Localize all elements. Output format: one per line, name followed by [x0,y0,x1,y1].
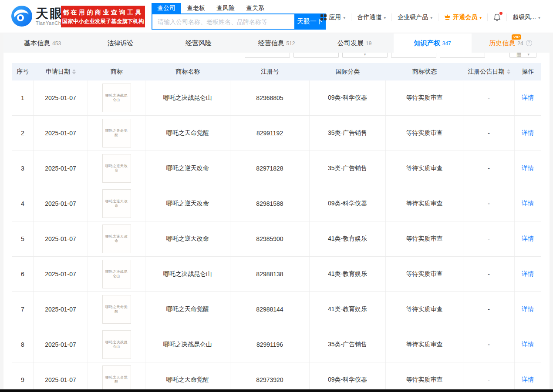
view-mode-dropdown[interactable]: ▦ ▾ [509,53,536,58]
filter-dropdown[interactable]: ▾ [342,53,388,58]
trademark-image[interactable]: 哪吒之天命觉醒 [102,365,131,389]
nav-item-开通会员[interactable]: 开通会员▾ [438,13,487,21]
cell-text: 35类-广告销售 [328,341,367,348]
search-tab-查风险[interactable]: 查风险 [211,3,240,13]
trademark-image[interactable]: 哪吒之逆天改命 [102,189,131,218]
nav-item-超级风...[interactable]: 超级风...▾ [506,13,546,21]
tab-label-text: 经营信息 [258,39,284,47]
help-icon[interactable]: ? [526,40,532,46]
detail-link[interactable]: 详情 [522,341,534,348]
trademark-image[interactable]: 哪吒之决战昆仑山 [102,330,131,359]
chevron-down-icon: ▾ [364,53,366,57]
filter-dropdown[interactable] [293,53,339,58]
grid-icon: ▦ [516,53,521,57]
tab-历史信息[interactable]: 历史信息VIP24? [472,34,550,53]
sort-icons[interactable] [507,69,510,74]
cell-text: 哪吒之决战昆仑山 [163,94,212,102]
trademark-image[interactable]: 哪吒之逆天改命 [102,154,131,183]
detail-link[interactable]: 详情 [522,270,534,278]
tab-label: 法律诉讼 [108,39,134,47]
cell-text: 2 [21,130,24,137]
column-header-label: 商标状态 [412,68,437,76]
cell-mark: 哪吒之决战昆仑山 [88,257,145,291]
cell-action: 详情 [515,151,541,186]
sort-icons[interactable] [72,69,76,74]
cell-index: 6 [12,257,34,291]
cell-mark: 哪吒之决战昆仑山 [88,80,145,115]
table-row: 52025-01-07哪吒之逆天改命哪吒之逆天改命8298590041类-教育娱… [12,221,541,257]
cell-text: 2025-01-07 [45,200,76,207]
cell-text: 哪吒之天命觉醒 [166,305,209,313]
column-header-label: 国际分类 [336,68,360,76]
search-tab-查公司[interactable]: 查公司 [152,3,181,13]
cell-text: 35类-广告销售 [328,164,367,172]
cell-text: 6 [21,271,24,278]
cell-text: 7 [21,306,24,313]
search-area: 查公司查老板查风险查关系 天眼一下 [152,3,326,30]
tab-公司发展[interactable]: 公司发展19 [316,34,394,53]
search-tab-查老板[interactable]: 查老板 [181,3,211,13]
trademark-image[interactable]: 哪吒之天命觉醒 [102,119,131,147]
detail-link[interactable]: 详情 [522,129,534,137]
cell-pub_date: - [463,80,515,115]
nav-item-应用[interactable]: 应用▾ [315,13,351,21]
tab-count: 512 [286,40,295,47]
column-header-action: 操作 [515,63,541,80]
column-header-mark: 商标 [88,63,145,80]
column-header-intl_class: 国际分类 [310,63,386,80]
trademark-image[interactable]: 哪吒之决战昆仑山 [102,84,131,112]
nav-item-label: 应用 [329,13,341,21]
search-tab-查关系[interactable]: 查关系 [240,3,270,13]
cell-reg_no: 82991196 [230,327,310,362]
tab-经营风险[interactable]: 经营风险 [159,34,237,53]
search-input[interactable] [152,13,294,30]
cell-intl_class: 09类-科学仪器 [310,186,386,221]
trademark-image-text: 哪吒之决战昆仑山 [104,270,129,279]
cell-text: 82973920 [256,376,283,383]
tab-基本信息[interactable]: 基本信息453 [3,34,81,53]
cell-action: 详情 [515,221,541,256]
tab-count: 453 [52,40,61,47]
tab-label: 经营风险 [185,39,212,47]
filter-dropdown[interactable] [391,53,436,58]
trademark-image[interactable]: 哪吒之决战昆仑山 [102,260,131,288]
top-header: 天眼查 TianYanCha.com 都在用的商业查询工具 国家中小企业发展子基… [0,0,553,33]
nav-item-企业级产品[interactable]: 企业级产品▾ [391,13,438,21]
cell-status: 等待实质审查 [386,80,463,115]
cell-text: 等待实质审查 [406,164,443,172]
tab-知识产权[interactable]: 知识产权347 [394,34,472,53]
search-tabs: 查公司查老板查风险查关系 [152,3,326,13]
detail-link[interactable]: 详情 [522,164,534,172]
cell-text: 哪吒之决战昆仑山 [163,341,212,348]
filter-dropdown[interactable] [440,53,485,58]
detail-link[interactable]: 详情 [522,376,534,384]
detail-link[interactable]: 详情 [522,305,534,313]
cell-pub_date: - [463,362,515,389]
trademark-image[interactable]: 哪吒之天命觉醒 [102,295,131,324]
filter-row: ▾ ▦ ▾ [3,53,550,58]
cell-reg_no: 82985900 [230,221,310,256]
tab-法律诉讼[interactable]: 法律诉讼 [81,34,159,53]
cell-intl_class: 35类-广告销售 [310,327,386,362]
cell-action: 详情 [515,257,541,291]
notifications-bell[interactable] [487,13,506,21]
cell-name: 哪吒之决战昆仑山 [145,257,230,291]
sort-asc-icon [507,69,510,71]
filter-dropdown[interactable] [245,53,290,58]
sort-desc-icon [72,72,76,74]
tab-经营信息[interactable]: 经营信息512 [237,34,315,53]
nav-item-合作通道[interactable]: 合作通道▾ [351,13,391,21]
cell-text: 等待实质审查 [406,200,443,208]
trademark-image[interactable]: 哪吒之逆天改命 [102,224,131,253]
table-row: 62025-01-07哪吒之决战昆仑山哪吒之决战昆仑山8298813841类-教… [12,257,541,292]
column-header-status: 商标状态 [386,63,463,80]
cell-text: - [488,165,490,172]
detail-link[interactable]: 详情 [522,94,534,102]
cell-text: 2025-01-07 [45,235,76,242]
detail-link[interactable]: 详情 [522,200,534,208]
detail-link[interactable]: 详情 [522,235,534,243]
cell-text: 1 [21,94,24,101]
cell-text: 09类-科学仪器 [328,376,367,384]
cell-text: 等待实质审查 [406,341,443,348]
cell-text: 09类-科学仪器 [328,200,367,208]
